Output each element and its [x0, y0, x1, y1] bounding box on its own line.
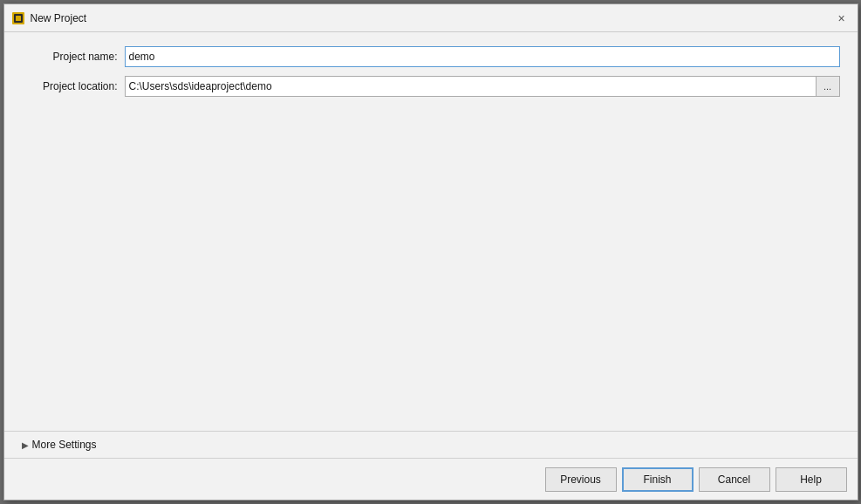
content-spacer	[22, 106, 840, 417]
title-bar-left: New Project	[11, 11, 87, 25]
browse-button[interactable]: ...	[816, 76, 840, 97]
cancel-button[interactable]: Cancel	[699, 467, 770, 492]
project-location-row: Project location: ...	[22, 76, 840, 97]
project-location-label: Project location:	[22, 80, 118, 92]
app-icon	[11, 11, 25, 25]
more-settings-label: More Settings	[32, 439, 97, 451]
project-location-field-group: ...	[125, 76, 840, 97]
close-button[interactable]: ×	[833, 10, 851, 27]
help-button[interactable]: Help	[776, 467, 847, 492]
project-name-input[interactable]	[125, 46, 840, 67]
title-bar: New Project ×	[4, 4, 858, 32]
dialog-title: New Project	[31, 12, 87, 24]
more-settings-section[interactable]: ▶ More Settings	[4, 431, 858, 458]
content-area: Project name: Project location: ...	[4, 32, 858, 431]
previous-button[interactable]: Previous	[545, 467, 617, 492]
project-name-label: Project name:	[22, 51, 118, 63]
more-settings-arrow-icon: ▶	[22, 440, 29, 450]
project-name-row: Project name:	[22, 46, 840, 67]
svg-rect-2	[16, 16, 21, 21]
new-project-dialog: New Project × Project name: Project loca…	[3, 3, 858, 501]
project-location-input[interactable]	[125, 76, 816, 97]
bottom-bar: Previous Finish Cancel Help	[4, 458, 858, 500]
finish-button[interactable]: Finish	[622, 467, 694, 492]
